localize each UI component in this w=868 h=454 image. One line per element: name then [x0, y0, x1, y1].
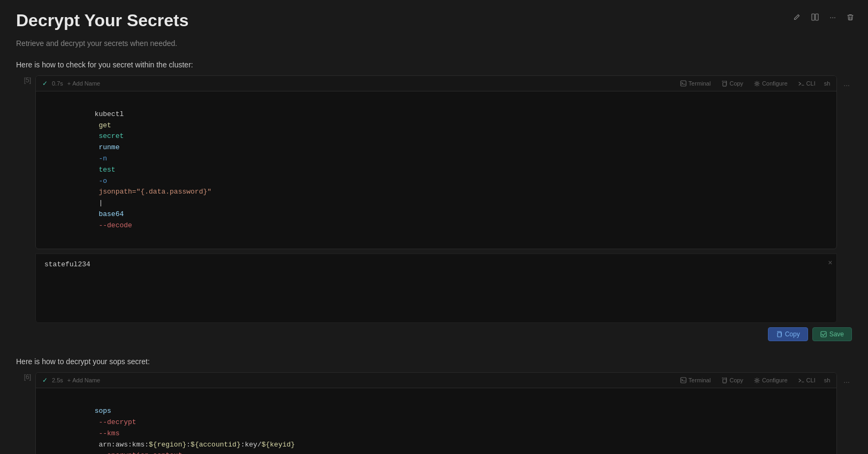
code-colon1: :	[186, 441, 191, 449]
close-output-button-1[interactable]: ×	[828, 258, 832, 267]
copy-toolbar-button-1[interactable]: Copy	[719, 79, 745, 88]
code-content-2: sops --decrypt --kms arn:aws:kms:${regio…	[36, 388, 836, 454]
code-get: get	[95, 121, 111, 129]
code-enc-ctx: --encryption-context	[95, 451, 182, 454]
code-decrypt: --decrypt	[95, 418, 136, 426]
save-button-1-label: Save	[829, 330, 844, 338]
cell-number-2: [6]	[24, 373, 31, 381]
cli-button-2[interactable]: CLI	[796, 376, 818, 384]
code-keyid: ${keyid}	[262, 441, 295, 449]
code-line-1: kubectl get secret runme -n test -o json…	[44, 98, 828, 242]
configure-button-2[interactable]: Configure	[752, 376, 790, 384]
code-flag-o: -o	[95, 177, 107, 185]
top-toolbar: ···	[790, 11, 857, 24]
configure-button-1[interactable]: Configure	[752, 79, 790, 88]
code-toolbar-1: ✓ 0.7s + Add Name Terminal	[36, 76, 836, 91]
svg-point-9	[756, 380, 758, 382]
code-sops: sops	[95, 407, 111, 415]
copy-button-1-label: Copy	[785, 330, 800, 338]
code-secret: secret	[95, 132, 124, 140]
copy-button-1[interactable]: Copy	[768, 327, 808, 341]
code-region: ${region}	[149, 441, 186, 449]
code-arn: arn:aws:kms:	[95, 441, 149, 449]
plus-icon-2: +	[67, 377, 71, 383]
code-toolbar-right-2: Terminal Copy Configure CLI	[678, 376, 831, 384]
output-text-1: stateful234	[44, 260, 90, 268]
split-button[interactable]	[808, 11, 822, 23]
main-content: ··· Decrypt Your Secrets Retrieve and de…	[0, 0, 868, 454]
terminal-button-2[interactable]: Terminal	[678, 376, 713, 384]
code-runme: runme	[95, 143, 120, 151]
terminal-button-1[interactable]: Terminal	[678, 79, 713, 88]
more-options-button[interactable]: ···	[826, 11, 839, 24]
page-subtitle: Retrieve and decrypt your secrets when n…	[16, 39, 852, 48]
code-base64: base64	[95, 210, 124, 218]
svg-rect-8	[723, 379, 726, 383]
more-icon: ···	[829, 13, 836, 21]
svg-point-4	[756, 82, 758, 84]
code-line-2: sops --decrypt --kms arn:aws:kms:${regio…	[44, 395, 828, 454]
svg-rect-3	[723, 82, 726, 86]
svg-rect-1	[816, 14, 818, 20]
page-title: Decrypt Your Secrets	[16, 11, 852, 30]
status-check-2: ✓	[42, 376, 48, 384]
code-decode: --decode	[95, 221, 132, 229]
plus-icon-1: +	[67, 80, 71, 87]
svg-rect-0	[812, 14, 814, 20]
svg-rect-5	[778, 333, 781, 337]
output-block-1: × stateful234	[35, 253, 837, 323]
code-content-1: kubectl get secret runme -n test -o json…	[36, 91, 836, 249]
cell-gutter-1: [5]	[16, 75, 31, 84]
code-block-1: ✓ 0.7s + Add Name Terminal	[35, 75, 837, 249]
edit-button[interactable]	[790, 11, 804, 23]
section2-label: Here is how to decrypt your sops secret:	[16, 357, 852, 366]
add-name-button-2[interactable]: + Add Name	[67, 377, 100, 383]
code-kubectl: kubectl	[95, 110, 124, 118]
copy-toolbar-button-2[interactable]: Copy	[719, 376, 745, 384]
code-toolbar-left-1: ✓ 0.7s + Add Name	[42, 80, 100, 87]
timing-2: 2.5s	[52, 377, 63, 383]
block1-actions: Copy Save	[16, 327, 852, 341]
code-flag-n: -n	[95, 155, 107, 163]
code-jsonpath: jsonpath="{.data.password}"	[95, 188, 211, 196]
timing-1: 0.7s	[52, 80, 63, 87]
code-pipe: |	[95, 199, 103, 207]
block-ellipsis-1[interactable]: ···	[841, 80, 852, 90]
sh-label-2: sh	[824, 377, 831, 383]
block-ellipsis-2[interactable]: ···	[841, 376, 852, 387]
cli-button-1[interactable]: CLI	[796, 79, 818, 88]
code-accountid: ${accountid}	[191, 441, 241, 449]
code-toolbar-left-2: ✓ 2.5s + Add Name	[42, 376, 100, 384]
code-block-2: ✓ 2.5s + Add Name Terminal	[35, 372, 837, 454]
add-name-button-1[interactable]: + Add Name	[67, 80, 100, 87]
delete-button[interactable]	[843, 11, 857, 23]
code-toolbar-right-1: Terminal Copy Configure CLI	[678, 79, 831, 88]
status-check-1: ✓	[42, 80, 48, 87]
cell-number-1: [5]	[24, 76, 31, 84]
save-button-1[interactable]: Save	[812, 327, 852, 341]
code-toolbar-2: ✓ 2.5s + Add Name Terminal	[36, 373, 836, 388]
code-key-slash: :key/	[241, 441, 262, 449]
sh-label-1: sh	[824, 80, 831, 87]
cell-gutter-2: [6]	[16, 372, 31, 381]
section1-label: Here is how to check for you secret with…	[16, 60, 852, 69]
code-kms: --kms	[95, 429, 120, 437]
code-test: test	[95, 166, 116, 174]
